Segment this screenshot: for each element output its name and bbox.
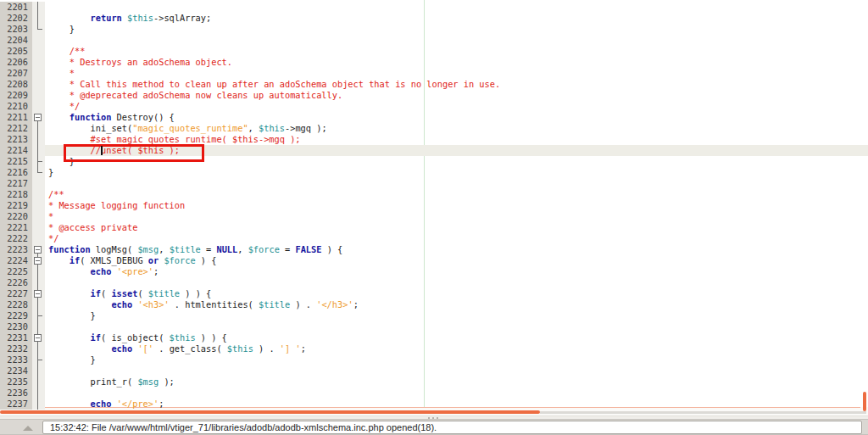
line-number[interactable]: 2237 xyxy=(0,399,32,410)
code-line[interactable]: 2203 } xyxy=(0,24,868,35)
line-number[interactable]: 2214 xyxy=(0,145,32,156)
code-text xyxy=(45,35,868,46)
line-number[interactable]: 2221 xyxy=(0,222,32,233)
code-segment: '</pre>' xyxy=(117,399,159,409)
code-segment: function xyxy=(70,112,112,122)
code-line[interactable]: 2209 * @deprecated adoSchema now cleans … xyxy=(0,90,868,101)
line-number[interactable]: 2224 xyxy=(0,255,32,266)
fold-margin[interactable] xyxy=(32,332,45,343)
code-line[interactable]: 2220* xyxy=(0,211,868,222)
code-line[interactable]: 2230 xyxy=(0,321,868,332)
code-line[interactable]: 2227 if( isset( $title ) ) { xyxy=(0,288,868,299)
fold-margin[interactable] xyxy=(32,244,45,255)
code-segment: ; xyxy=(159,399,164,409)
code-line[interactable]: 2222*/ xyxy=(0,233,868,244)
code-segment xyxy=(48,255,70,265)
code-line[interactable]: 2206 * Destroys an adoSchema object. xyxy=(0,57,868,68)
line-number[interactable]: 2213 xyxy=(0,134,32,145)
code-line[interactable]: 2224 if( XMLS_DEBUG or $force ) { xyxy=(0,255,868,266)
code-line[interactable]: 2233 } xyxy=(0,354,868,365)
code-line[interactable]: 2223function logMsg( $msg, $title = NULL… xyxy=(0,244,868,255)
line-number[interactable]: 2208 xyxy=(0,79,32,90)
fold-margin[interactable] xyxy=(32,255,45,266)
line-number[interactable]: 2227 xyxy=(0,288,32,299)
code-line[interactable]: 2219* Message logging function xyxy=(0,200,868,211)
code-text: * xyxy=(45,68,868,79)
code-line[interactable]: 2211 function Destroy() { xyxy=(0,112,868,123)
line-number[interactable]: 2207 xyxy=(0,68,32,79)
code-line[interactable]: 2205 /** xyxy=(0,46,868,57)
horizontal-scrollbar-track[interactable] xyxy=(540,411,866,414)
status-bar: 15:32:42: File /var/www/html/vtiger_71/l… xyxy=(0,419,868,435)
line-number[interactable]: 2201 xyxy=(0,2,32,13)
code-line[interactable]: 2208 * Call this method to clean up afte… xyxy=(0,79,868,90)
line-number[interactable]: 2229 xyxy=(0,310,32,321)
line-number[interactable]: 2233 xyxy=(0,354,32,365)
vertical-scrollbar-slider[interactable] xyxy=(863,392,866,411)
code-line[interactable]: 2231 if( is_object( $this ) ) { xyxy=(0,332,868,343)
line-number[interactable]: 2209 xyxy=(0,90,32,101)
code-line[interactable]: 2207 * xyxy=(0,68,868,79)
code-line[interactable]: 2210 */ xyxy=(0,101,868,112)
line-number[interactable]: 2202 xyxy=(0,13,32,24)
code-segment: $msg xyxy=(137,244,159,254)
fold-margin[interactable] xyxy=(32,288,45,299)
code-line[interactable]: 2204 xyxy=(0,35,868,46)
line-number[interactable]: 2211 xyxy=(0,112,32,123)
line-number[interactable]: 2203 xyxy=(0,24,32,35)
code-text: /** xyxy=(45,46,868,57)
line-number[interactable]: 2206 xyxy=(0,57,32,68)
line-number[interactable]: 2232 xyxy=(0,343,32,354)
code-segment: = xyxy=(280,244,296,254)
line-number[interactable]: 2234 xyxy=(0,365,32,376)
line-number[interactable]: 2231 xyxy=(0,332,32,343)
code-line[interactable]: 2226 xyxy=(0,277,868,288)
code-line[interactable]: 2218/** xyxy=(0,189,868,200)
line-number[interactable]: 2216 xyxy=(0,167,32,178)
code-line[interactable]: 2228 echo '<h3>' . htmlentities( $title … xyxy=(0,299,868,310)
horizontal-scrollbar-slider[interactable] xyxy=(0,410,540,414)
code-line[interactable]: 2216} xyxy=(0,167,868,178)
code-line[interactable]: 2221* @access private xyxy=(0,222,868,233)
line-number[interactable]: 2210 xyxy=(0,101,32,112)
line-number[interactable]: 2219 xyxy=(0,200,32,211)
line-number[interactable]: 2236 xyxy=(0,388,32,399)
line-number[interactable]: 2222 xyxy=(0,233,32,244)
line-number[interactable]: 2226 xyxy=(0,277,32,288)
code-text: if( XMLS_DEBUG or $force ) { xyxy=(45,255,868,266)
code-text xyxy=(45,178,868,189)
code-line[interactable]: 2202 return $this->sqlArray; xyxy=(0,13,868,24)
code-line[interactable]: 2235 print_r( $msg ); xyxy=(0,376,868,388)
line-number[interactable]: 2212 xyxy=(0,123,32,134)
code-line[interactable]: 2212 ini_set("magic_quotes_runtime", $th… xyxy=(0,123,868,134)
line-number[interactable]: 2223 xyxy=(0,244,32,255)
fold-margin xyxy=(32,101,45,112)
line-number[interactable]: 2220 xyxy=(0,211,32,222)
line-number[interactable]: 2205 xyxy=(0,46,32,57)
code-line[interactable]: 2229 } xyxy=(0,310,868,321)
code-line[interactable]: 2232 echo '[' . get_class( $this ) . '] … xyxy=(0,343,868,354)
line-number[interactable]: 2228 xyxy=(0,299,32,310)
code-line[interactable]: 2201 xyxy=(0,2,868,13)
code-line[interactable]: 2217 xyxy=(0,178,868,189)
code-segment: or xyxy=(148,255,159,265)
line-number[interactable]: 2225 xyxy=(0,266,32,277)
fold-margin xyxy=(32,321,45,332)
line-number[interactable]: 2217 xyxy=(0,178,32,189)
expander-triangle-icon[interactable] xyxy=(23,426,33,431)
line-number[interactable]: 2215 xyxy=(0,156,32,167)
code-line[interactable]: 2236 xyxy=(0,388,868,399)
code-editor[interactable]: 22012202 return $this->sqlArray;2203 }22… xyxy=(0,0,868,410)
code-segment: '</h3>' xyxy=(316,299,353,310)
code-line[interactable]: 2237 echo '</pre>'; xyxy=(0,399,868,410)
code-line[interactable]: 2234 xyxy=(0,365,868,376)
line-number[interactable]: 2218 xyxy=(0,189,32,200)
line-number[interactable]: 2230 xyxy=(0,321,32,332)
code-segment: if xyxy=(70,255,80,265)
code-line[interactable]: 2225 echo '<pre>'; xyxy=(0,266,868,277)
line-number[interactable]: 2235 xyxy=(0,376,32,388)
fold-margin[interactable] xyxy=(32,112,45,123)
code-segment: echo xyxy=(91,266,112,276)
fold-margin xyxy=(32,123,45,134)
line-number[interactable]: 2204 xyxy=(0,35,32,46)
